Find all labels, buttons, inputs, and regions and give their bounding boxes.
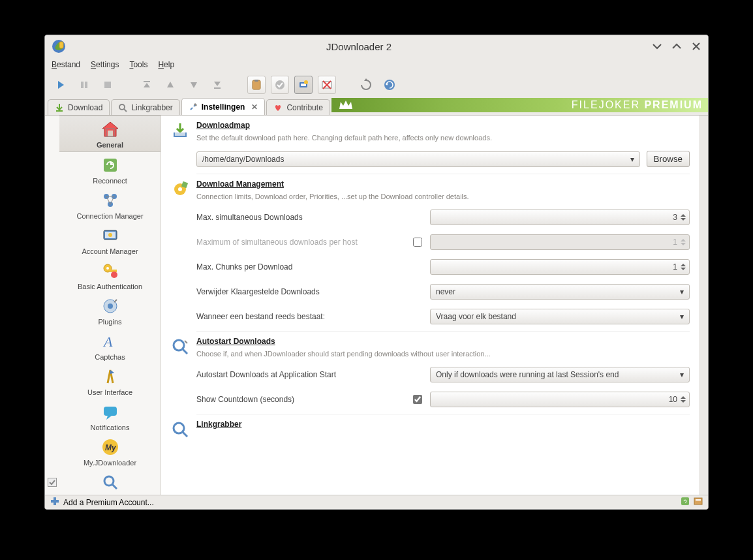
sidebar-item-account[interactable]: Account Manager	[59, 223, 161, 258]
sidebar-toggle-checkbox[interactable]	[48, 478, 57, 487]
myjd-icon: My	[100, 437, 121, 458]
svg-point-38	[178, 187, 182, 191]
remove-icon[interactable]	[318, 76, 336, 94]
svg-point-36	[104, 476, 114, 486]
tab-linkgrabber[interactable]: Linkgrabber	[111, 99, 179, 115]
svg-rect-46	[696, 499, 701, 501]
download-path-value: /home/dany/Downloads	[202, 155, 284, 164]
svg-point-31	[108, 303, 113, 309]
sidebar-item-label: Notifications	[91, 424, 130, 431]
settings-icon	[189, 102, 198, 112]
banner-filejoker[interactable]: FILEJOKER PREMIUM	[331, 98, 708, 112]
application-window: JDownloader 2 Bestand Settings Tools Hel…	[44, 35, 709, 510]
svg-point-25	[108, 233, 112, 237]
svg-point-29	[111, 272, 117, 278]
autostart-combo[interactable]: Only if downloads were running at last S…	[430, 367, 690, 382]
menubar: Bestand Settings Tools Help	[45, 57, 708, 72]
move-up-icon[interactable]	[161, 76, 179, 94]
window-title: JDownloader 2	[66, 41, 652, 52]
tab-linkgrabber-label: Linkgrabber	[131, 103, 172, 112]
linkgrabber-section-icon	[170, 420, 190, 438]
sidebar-item-label: Account Manager	[82, 247, 138, 255]
linkgrabber-icon	[118, 103, 127, 112]
sidebar-item-myjd[interactable]: My My.JDownloader	[59, 434, 161, 469]
ui-icon	[100, 366, 121, 387]
autostart-at-start-label: Autostart Downloads at Application Start	[196, 370, 405, 379]
tab-download[interactable]: Download	[48, 99, 110, 115]
maximize-icon[interactable]	[671, 41, 682, 52]
sidebar-item-plugins[interactable]: Plugins	[59, 293, 161, 328]
sidebar-item-basicauth[interactable]: Basic Authentication	[59, 258, 161, 293]
max-sim-spinner[interactable]: 3	[430, 210, 690, 225]
update-icon[interactable]	[357, 76, 375, 94]
status-icon-1[interactable]	[681, 497, 690, 508]
downloadmap-icon	[170, 121, 190, 174]
svg-text:My: My	[105, 443, 117, 452]
auto-reconnect-icon[interactable]	[294, 76, 313, 94]
add-premium-link[interactable]: Add a Premium Account...	[63, 498, 154, 507]
tab-contribute-label: Contribute	[286, 103, 322, 112]
svg-rect-6	[214, 87, 221, 89]
sidebar-item-label: Basic Authentication	[78, 283, 142, 290]
spinner-arrows-icon	[680, 238, 686, 246]
tab-settings-label: Instellingen	[202, 102, 245, 112]
chevron-down-icon: ▾	[680, 312, 684, 321]
sidebar-item-notifications[interactable]: Notifications	[59, 399, 161, 434]
svg-rect-2	[81, 82, 84, 88]
chevron-down-icon: ▾	[630, 155, 634, 164]
sidebar-item-reconnect[interactable]: Reconnect	[59, 152, 161, 187]
remove-finished-combo[interactable]: never ▾	[430, 284, 690, 300]
tab-contribute[interactable]: Contribute	[266, 99, 330, 115]
sidebar-item-label: My.JDownloader	[84, 459, 136, 467]
remove-finished-label: Verwijder Klaargestelde Downloads	[196, 287, 405, 296]
tab-close-icon[interactable]: ✕	[251, 102, 258, 112]
app-icon	[52, 39, 66, 54]
max-chunks-label: Max. Chunks per Download	[196, 262, 405, 272]
statusbar: Add a Premium Account...	[45, 495, 708, 509]
menu-help[interactable]: Help	[158, 60, 174, 69]
section-dlmanagement-desc: Connection limits, Download order, Prior…	[196, 193, 690, 200]
play-icon[interactable]	[52, 76, 70, 94]
stop-icon[interactable]	[99, 76, 117, 94]
status-icon-2[interactable]	[694, 497, 703, 508]
captcha-icon: A	[100, 331, 121, 352]
clipboard-icon[interactable]	[247, 76, 266, 94]
countdown-spinner[interactable]: 10	[430, 392, 690, 407]
skip-captcha-icon[interactable]	[271, 76, 289, 94]
spinner-arrows-icon	[680, 263, 686, 271]
reconnect-icon[interactable]	[380, 76, 399, 94]
spinner-arrows-icon	[680, 396, 686, 403]
toolbar	[45, 72, 708, 98]
tab-download-label: Download	[68, 103, 102, 112]
tab-settings[interactable]: Instellingen ✕	[181, 98, 266, 115]
key-icon	[100, 260, 121, 281]
menu-tools[interactable]: Tools	[129, 60, 147, 69]
sidebar-item-connection[interactable]: Connection Manager	[59, 187, 161, 223]
svg-rect-33	[104, 407, 117, 416]
sidebar-item-linkfilter[interactable]	[59, 469, 161, 495]
sidebar-item-captchas[interactable]: A Captchas	[59, 328, 161, 364]
move-top-icon[interactable]	[138, 76, 156, 94]
minimize-icon[interactable]	[652, 41, 662, 52]
menu-settings[interactable]: Settings	[91, 60, 119, 69]
download-path-combo[interactable]: /home/dany/Downloads ▾	[196, 151, 640, 167]
sidebar-item-label: General	[97, 141, 123, 149]
countdown-checkbox[interactable]	[413, 395, 422, 404]
browse-button[interactable]: Browse	[647, 151, 690, 167]
menu-file[interactable]: Bestand	[52, 60, 80, 69]
sidebar-item-label: User Interface	[87, 388, 132, 396]
dlmanagement-icon	[170, 179, 190, 332]
move-down-icon[interactable]	[185, 76, 203, 94]
add-premium-icon	[50, 497, 59, 508]
file-exists-combo[interactable]: Vraag voor elk bestand ▾	[430, 309, 690, 324]
main-scrollbar[interactable]	[699, 116, 708, 495]
max-chunks-spinner[interactable]: 1	[430, 259, 690, 275]
sidebar-item-ui[interactable]: User Interface	[59, 364, 161, 399]
close-icon[interactable]	[691, 41, 701, 52]
sidebar-item-general[interactable]: General	[59, 116, 161, 152]
max-host-checkbox[interactable]	[413, 238, 422, 247]
move-bottom-icon[interactable]	[208, 76, 226, 94]
pause-icon[interactable]	[75, 76, 93, 94]
section-downloadmap-title: Downloadmap	[196, 121, 690, 130]
svg-rect-45	[694, 498, 702, 505]
